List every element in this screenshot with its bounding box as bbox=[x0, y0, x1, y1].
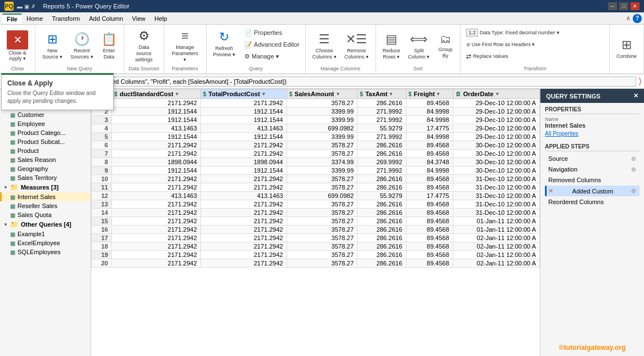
menu-home[interactable]: Home bbox=[22, 14, 47, 23]
sidebar-group-measures[interactable]: ▼ 📁 Measures [3] bbox=[0, 182, 91, 192]
col-dropdown-icon[interactable]: ▾ bbox=[437, 91, 440, 97]
sidebar-item-internet-sales[interactable]: ▦ Internet Sales bbox=[0, 192, 91, 201]
col-dropdown-icon[interactable]: ▾ bbox=[337, 91, 339, 97]
step-reordered-columns[interactable]: Reordered Columns bbox=[545, 197, 639, 207]
sidebar-item-reseller-sales[interactable]: ▦ Reseller Sales bbox=[0, 201, 91, 210]
data-source-settings-button[interactable]: ⚙ Data sourcesettings bbox=[128, 29, 160, 63]
use-row-headers-button[interactable]: ≡Use First Row as Headers ▾ bbox=[464, 39, 561, 50]
formula-input[interactable] bbox=[28, 76, 636, 87]
choose-columns-button[interactable]: ☰ ChooseColumns ▾ bbox=[309, 29, 340, 63]
sidebar-item-sales-quota[interactable]: ▦ Sales Quota bbox=[0, 210, 91, 219]
col-header-sales-amount[interactable]: $ SalesAmount ▾ bbox=[287, 89, 357, 99]
new-source-button[interactable]: ⊞ NewSource ▾ bbox=[39, 29, 66, 63]
table-row[interactable]: 162171.29422171.29423578.27286.261689.45… bbox=[92, 226, 540, 234]
close-apply-button[interactable]: ✕ Close &Apply ▾ bbox=[3, 29, 32, 63]
table-row[interactable]: 12171.29422171.29423578.27286.261689.456… bbox=[92, 99, 540, 107]
cell: 271.9992 bbox=[357, 166, 406, 175]
formula-arrow-red[interactable]: ⟩ bbox=[638, 76, 642, 87]
sidebar-item-employee[interactable]: ▦ Employee bbox=[0, 119, 91, 128]
table-row[interactable]: 172171.29422171.29423578.27286.261689.45… bbox=[92, 234, 540, 242]
sidebar-item-sales-territory[interactable]: ▦ Sales Territory bbox=[0, 173, 91, 182]
col-dropdown-icon[interactable]: ▾ bbox=[262, 91, 265, 97]
table-row[interactable]: 81898.09441898.09443374.99269.999284.374… bbox=[92, 158, 540, 166]
minimize-button[interactable]: ─ bbox=[608, 2, 617, 10]
split-column-button[interactable]: ⟺ SplitColumn ▾ bbox=[405, 29, 433, 63]
step-gear-icon[interactable]: ⚙ bbox=[631, 166, 636, 173]
sidebar-item-sales-reason[interactable]: ▦ Sales Reason bbox=[0, 155, 91, 164]
col-header-total-product-cost[interactable]: $ TotalProductCost ▾ bbox=[200, 89, 287, 99]
sidebar-group-other-queries[interactable]: ▼ 📁 Other Queries [4] bbox=[0, 219, 91, 229]
maximize-button[interactable]: □ bbox=[619, 2, 628, 10]
window-controls[interactable]: ─ □ ✕ bbox=[608, 2, 639, 10]
data-type-button[interactable]: 1.2 Data Type: Fixed decimal number ▾ bbox=[464, 27, 561, 38]
table-row[interactable]: 152171.29422171.29423578.27286.261689.45… bbox=[92, 217, 540, 226]
sidebar-item-product-catego[interactable]: ▦ Product Catego... bbox=[0, 128, 91, 137]
replace-values-button[interactable]: ⇄Replace Values bbox=[464, 51, 561, 62]
step-gear-icon[interactable]: ⚙ bbox=[631, 188, 636, 194]
menu-add-column[interactable]: Add Column bbox=[84, 14, 128, 23]
data-grid-area[interactable]: $ ductStandardCost ▾ $ TotalProductCost … bbox=[91, 89, 540, 356]
table-row[interactable]: 91912.15441912.15443399.99271.999284.999… bbox=[92, 166, 540, 175]
col-header-tax-amt[interactable]: $ TaxAmt ▾ bbox=[357, 89, 406, 99]
step-added-custom[interactable]: ✕ Added Custom ⚙ bbox=[545, 186, 639, 196]
table-row[interactable]: 192171.29422171.29423578.27286.261689.45… bbox=[92, 251, 540, 259]
col-header-product-standard-cost[interactable]: $ ductStandardCost ▾ bbox=[111, 89, 200, 99]
step-navigation[interactable]: Navigation ⚙ bbox=[545, 164, 639, 174]
remove-columns-button[interactable]: ✕☰ RemoveColumns ▾ bbox=[341, 29, 372, 63]
query-name-value[interactable]: Internet Sales bbox=[545, 122, 639, 129]
table-row[interactable]: 142171.29422171.29423578.27286.261689.45… bbox=[92, 209, 540, 217]
step-delete-icon[interactable]: ✕ bbox=[548, 187, 553, 195]
enter-data-button[interactable]: 📋 EnterData bbox=[98, 29, 120, 63]
query-settings-close-icon[interactable]: ✕ bbox=[633, 92, 638, 100]
sidebar-item-customer[interactable]: ▦ Customer bbox=[0, 110, 91, 119]
help-icon[interactable]: ? bbox=[633, 14, 642, 23]
table-row[interactable]: 72171.29422171.29423578.27286.261689.456… bbox=[92, 150, 540, 158]
table-row[interactable]: 182171.29422171.29423578.27286.261689.45… bbox=[92, 242, 540, 251]
cell: 1912.1544 bbox=[200, 166, 287, 175]
table-row[interactable]: 21912.15441912.15443399.99271.999284.999… bbox=[92, 107, 540, 116]
sidebar-item-example1[interactable]: ▦ Example1 bbox=[0, 229, 91, 238]
ribbon-collapse-icon[interactable]: ∧ bbox=[626, 15, 630, 22]
query-small-buttons: 📄Properties 📝Advanced Editor ⚙Manage ▾ bbox=[242, 27, 302, 62]
recent-sources-button[interactable]: 🕐 RecentSources ▾ bbox=[67, 29, 97, 63]
table-row[interactable]: 202171.29422171.29423578.27286.261689.45… bbox=[92, 259, 540, 268]
menu-help[interactable]: Help bbox=[150, 14, 172, 23]
table-row[interactable]: 4413.1463413.1463699.098255.927917.47752… bbox=[92, 124, 540, 133]
close-group-label: Close bbox=[3, 65, 32, 71]
cell: 29-Dec-10 12:00:00 A bbox=[453, 133, 539, 141]
cell: 2171.2942 bbox=[200, 175, 287, 183]
table-row[interactable]: 51912.15441912.15443399.99271.999284.999… bbox=[92, 133, 540, 141]
table-row[interactable]: 112171.29422171.29423578.27286.261689.45… bbox=[92, 183, 540, 192]
menu-view[interactable]: View bbox=[128, 14, 150, 23]
sidebar-item-product-subcat[interactable]: ▦ Product Subcat... bbox=[0, 137, 91, 146]
table-row[interactable]: 132171.29422171.29423578.27286.261689.45… bbox=[92, 200, 540, 209]
table-row[interactable]: 102171.29422171.29423578.27286.261689.45… bbox=[92, 175, 540, 183]
col-dropdown-icon[interactable]: ▾ bbox=[496, 91, 499, 97]
manage-parameters-button[interactable]: ≡ ManageParameters ▾ bbox=[168, 29, 203, 63]
close-button[interactable]: ✕ bbox=[630, 2, 639, 10]
table-row[interactable]: 12413.1463413.1463699.098255.927917.4775… bbox=[92, 192, 540, 200]
col-header-freight[interactable]: $ Freight ▾ bbox=[406, 89, 453, 99]
sidebar-item-geography[interactable]: ▦ Geography bbox=[0, 164, 91, 173]
col-dropdown-icon[interactable]: ▾ bbox=[176, 91, 178, 97]
sidebar-item-excel-employee[interactable]: ▦ ExcelEmployee bbox=[0, 238, 91, 247]
step-source[interactable]: Source ⚙ bbox=[545, 154, 639, 164]
col-header-order-date[interactable]: 🗓 OrderDate ▾ bbox=[453, 89, 539, 99]
refresh-preview-button[interactable]: ↻ RefreshPreview ▾ bbox=[210, 27, 239, 61]
step-gear-icon[interactable]: ⚙ bbox=[631, 156, 636, 162]
advanced-editor-button[interactable]: 📝Advanced Editor bbox=[242, 39, 302, 50]
group-by-button[interactable]: 🗂 GroupBy bbox=[434, 29, 457, 63]
menu-transform[interactable]: Transform bbox=[47, 14, 84, 23]
menu-file[interactable]: File bbox=[2, 13, 22, 24]
sidebar-item-sql-employees[interactable]: ▦ SQLEmployees bbox=[0, 247, 91, 256]
table-row[interactable]: 62171.29422171.29423578.27286.261689.456… bbox=[92, 141, 540, 150]
col-dropdown-icon[interactable]: ▾ bbox=[390, 91, 392, 97]
all-properties-link[interactable]: All Properties bbox=[545, 130, 578, 137]
combine-button[interactable]: ⊞ Combine bbox=[613, 32, 640, 66]
manage-button[interactable]: ⚙Manage ▾ bbox=[242, 51, 302, 62]
properties-button[interactable]: 📄Properties bbox=[242, 27, 302, 38]
table-row[interactable]: 31912.15441912.15443399.99271.999284.999… bbox=[92, 116, 540, 124]
reduce-rows-button[interactable]: ▤ ReduceRows ▾ bbox=[379, 29, 404, 63]
step-removed-columns[interactable]: Removed Columns bbox=[545, 175, 639, 185]
sidebar-item-product[interactable]: ▦ Product bbox=[0, 146, 91, 155]
